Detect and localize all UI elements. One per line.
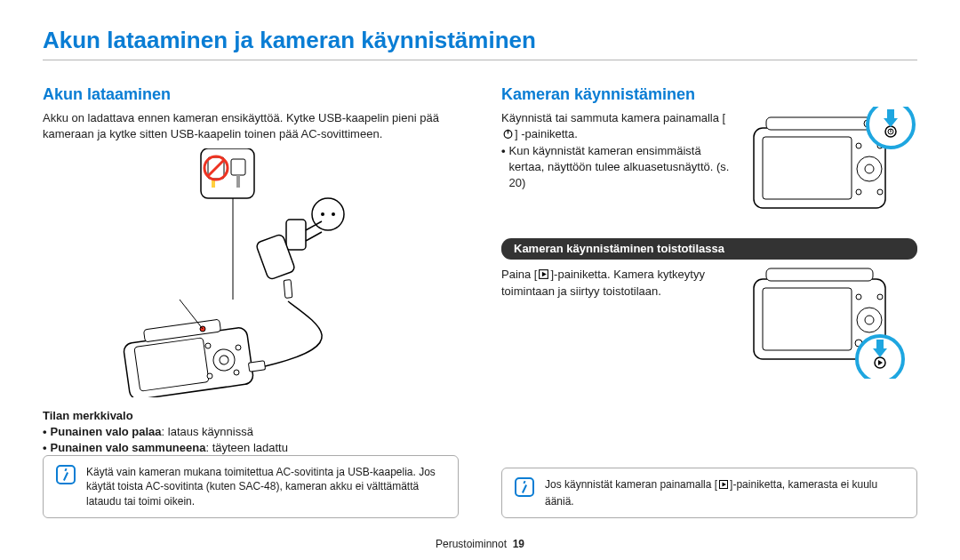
svg-rect-34 (766, 117, 873, 130)
svg-rect-12 (134, 338, 209, 391)
svg-point-29 (865, 164, 874, 173)
svg-rect-4 (231, 159, 245, 175)
footer-section: Perustoiminnot (436, 538, 507, 550)
svg-rect-27 (763, 137, 852, 199)
svg-point-17 (207, 373, 212, 379)
info-icon (515, 477, 534, 497)
svg-point-32 (856, 189, 861, 195)
playback-note: Jos käynnistät kameran painamalla []-pai… (501, 468, 917, 517)
charging-intro: Akku on ladattava ennen kameran ensikäyt… (43, 110, 459, 141)
playback-icon-inline (718, 479, 729, 493)
svg-point-46 (877, 294, 883, 300)
page-title: Akun lataaminen ja kameran käynnistämine… (43, 25, 917, 60)
page-footer: Perustoiminnot 19 (0, 537, 960, 551)
content-columns: Akun lataaminen Akku on ladattava ennen … (43, 84, 917, 518)
col-charging: Akun lataaminen Akku on ladattava ennen … (43, 84, 459, 518)
svg-point-33 (877, 189, 883, 195)
charging-note-text: Käytä vain kameran mukana toimitettua AC… (86, 465, 445, 508)
power-intro: Käynnistä tai sammuta kamera painamalla … (501, 110, 734, 143)
playback-mode-pill: Kameran käynnistäminen toistotilassa (501, 238, 917, 260)
led-on-row: Punainen valo palaa: lataus käynnissä (43, 424, 459, 440)
power-heading: Kameran käynnistäminen (501, 84, 917, 105)
svg-point-45 (856, 294, 861, 300)
svg-point-44 (865, 316, 874, 324)
playback-icon (538, 268, 549, 284)
power-illustration (748, 107, 917, 222)
svg-rect-42 (763, 288, 852, 350)
svg-rect-49 (766, 268, 873, 281)
playback-note-text: Jos käynnistät kameran painamalla []-pai… (545, 477, 904, 508)
svg-rect-10 (284, 280, 292, 299)
svg-point-7 (332, 212, 335, 216)
power-icon (502, 128, 514, 144)
charging-illustration (43, 148, 459, 397)
playback-text: Paina []-painiketta. Kamera kytkeytyy to… (501, 267, 734, 300)
charging-note: Käytä vain kameran mukana toimitettua AC… (43, 455, 459, 518)
led-off-label: Punainen valo sammuneena (51, 441, 206, 454)
footer-page: 19 (513, 538, 524, 550)
charging-heading: Akun lataaminen (43, 84, 459, 105)
led-off-row: Punainen valo sammuneena: täyteen ladatt… (43, 440, 459, 456)
svg-point-6 (321, 212, 324, 216)
info-icon (56, 465, 76, 484)
svg-rect-22 (248, 361, 265, 372)
svg-point-18 (234, 370, 239, 375)
svg-point-16 (236, 345, 241, 350)
col-power: Kameran käynnistäminen Käynnistä tai sam… (501, 84, 917, 518)
svg-point-15 (205, 343, 211, 348)
led-off-desc: : täyteen ladattu (205, 441, 288, 454)
svg-rect-8 (286, 220, 306, 250)
led-on-label: Punainen valo palaa (51, 425, 162, 438)
playback-illustration (748, 263, 917, 379)
svg-point-5 (312, 198, 344, 230)
first-boot-bullet: Kun käynnistät kameran ensimmäistä kerta… (501, 143, 734, 190)
svg-point-30 (856, 143, 861, 148)
led-on-desc: : lataus käynnissä (162, 425, 253, 438)
status-label: Tilan merkkivalo (43, 408, 459, 424)
